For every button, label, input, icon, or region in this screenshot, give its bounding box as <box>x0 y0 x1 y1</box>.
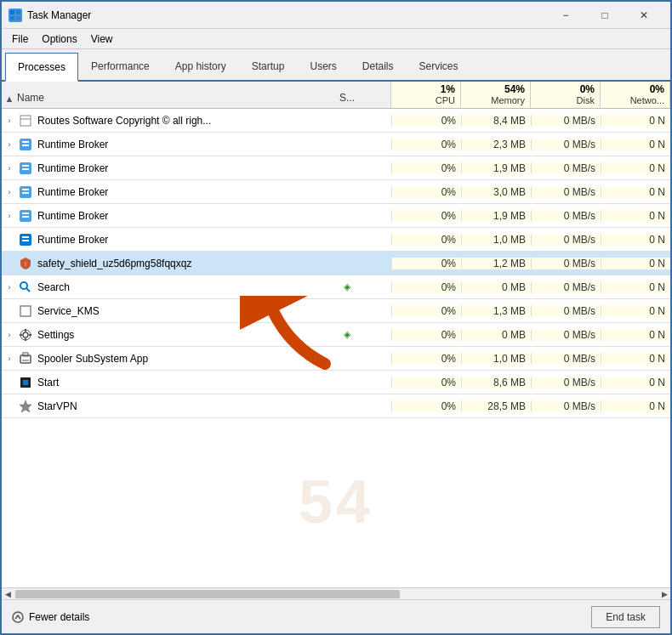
expand-icon[interactable]: › <box>2 331 17 339</box>
expand-icon[interactable]: › <box>2 283 17 292</box>
disk-value: 0 MB/s <box>531 210 601 222</box>
name-column-header[interactable]: Name <box>17 92 339 105</box>
status-column-header[interactable]: S... <box>339 92 390 105</box>
memory-value: 1,0 MB <box>461 234 531 246</box>
tab-performance[interactable]: Performance <box>78 51 162 80</box>
table-row[interactable]: › Search ◈ 0% 0 MB 0 MB/s 0 N <box>2 275 670 299</box>
fewer-details-button[interactable]: Fewer details <box>12 611 89 623</box>
process-icon <box>17 162 34 175</box>
cpu-value: 0% <box>391 234 461 246</box>
menu-file[interactable]: File <box>5 31 35 47</box>
process-name: Start <box>37 377 340 388</box>
process-name: Settings <box>37 329 340 341</box>
tab-startup[interactable]: Startup <box>239 51 298 80</box>
scroll-right-arrow[interactable]: ▶ <box>658 590 670 598</box>
tab-details[interactable]: Details <box>350 51 407 80</box>
horizontal-scrollbar[interactable]: ◀ ▶ <box>2 587 670 599</box>
scroll-track[interactable] <box>14 588 658 599</box>
process-icon <box>17 233 34 247</box>
column-headers: ▲ Name S... 1% CPU 54% Memory 0% Disk <box>2 82 670 109</box>
tab-app-history[interactable]: App history <box>162 51 239 80</box>
process-metrics: 0% 0 MB 0 MB/s 0 N <box>391 281 670 293</box>
process-icon <box>17 328 34 342</box>
table-row[interactable]: ! safety_shield_uz5d6pmg58fqqxqz 0% 1,2 … <box>2 252 670 275</box>
disk-value: 0 MB/s <box>531 305 601 317</box>
memory-value: 8,4 MB <box>461 115 531 127</box>
table-row[interactable]: › Settings ◈ 0% <box>2 323 670 347</box>
scroll-thumb[interactable] <box>15 590 400 598</box>
disk-value: 0 MB/s <box>531 258 601 269</box>
table-row[interactable]: Service_KMS 0% 1,3 MB 0 MB/s 0 N <box>2 299 670 323</box>
table-row[interactable]: › Runtime Broker 0% 2,3 MB 0 MB/s 0 N <box>2 133 670 156</box>
svg-rect-1 <box>16 10 20 14</box>
process-metrics: 0% 1,9 MB 0 MB/s 0 N <box>391 210 670 222</box>
expand-icon[interactable]: › <box>2 212 17 220</box>
process-metrics: 0% 28,5 MB 0 MB/s 0 N <box>391 400 670 412</box>
svg-marker-37 <box>20 400 31 412</box>
table-area: 54 › Routes Software Copyright © a <box>2 109 670 587</box>
svg-rect-8 <box>22 141 29 143</box>
network-value: 0 N <box>601 186 670 198</box>
tab-processes[interactable]: Processes <box>5 53 78 82</box>
process-metrics: 0% 0 MB 0 MB/s 0 N <box>391 329 670 341</box>
minimize-button[interactable]: − <box>546 2 585 29</box>
memory-value: 28,5 MB <box>461 400 531 412</box>
process-icon <box>17 185 34 199</box>
table-row[interactable]: Start 0% 8,6 MB 0 MB/s 0 N <box>2 371 670 394</box>
table-row[interactable]: › Runtime Broker 0% 1,9 MB 0 MB/s 0 N <box>2 156 670 180</box>
process-name: Runtime Broker <box>37 234 340 246</box>
expand-icon[interactable]: › <box>2 164 17 173</box>
svg-rect-28 <box>25 329 26 332</box>
process-table: › Routes Software Copyright © all righ..… <box>2 109 670 418</box>
cpu-value: 0% <box>391 353 461 365</box>
expand-icon[interactable]: › <box>2 140 17 149</box>
tab-users[interactable]: Users <box>297 51 349 80</box>
main-content: ▲ Name S... 1% CPU 54% Memory 0% Disk <box>2 82 670 599</box>
memory-header[interactable]: 54% Memory <box>461 82 531 108</box>
svg-rect-18 <box>22 216 29 218</box>
svg-text:!: ! <box>25 261 26 267</box>
cpu-header[interactable]: 1% CPU <box>391 82 461 108</box>
memory-value: 1,9 MB <box>461 210 531 222</box>
svg-rect-36 <box>23 380 28 385</box>
table-row[interactable]: Runtime Broker 0% 1,0 MB 0 MB/s 0 N <box>2 228 670 252</box>
process-status: ◈ <box>340 329 391 340</box>
table-row[interactable]: StarVPN 0% 28,5 MB 0 MB/s 0 N <box>2 394 670 418</box>
menu-view[interactable]: View <box>84 31 120 47</box>
maximize-button[interactable]: □ <box>585 2 624 29</box>
menu-options[interactable]: Options <box>35 31 83 47</box>
close-button[interactable]: ✕ <box>624 2 663 29</box>
process-name: Runtime Broker <box>37 139 340 150</box>
window-controls: − □ ✕ <box>546 2 663 29</box>
disk-value: 0 MB/s <box>531 186 601 198</box>
table-row[interactable]: › Routes Software Copyright © all righ..… <box>2 109 670 133</box>
svg-rect-31 <box>29 334 31 336</box>
network-header[interactable]: 0% Netwo... <box>601 82 670 108</box>
expand-icon[interactable]: › <box>2 188 17 196</box>
disk-header[interactable]: 0% Disk <box>531 82 601 108</box>
network-value: 0 N <box>601 162 670 174</box>
expand-icon[interactable]: › <box>2 354 17 363</box>
memory-value: 1,0 MB <box>461 353 531 365</box>
table-row[interactable]: › Runtime Broker 0% 3,0 MB 0 MB/s 0 N <box>2 180 670 204</box>
svg-rect-29 <box>25 338 26 341</box>
metrics-header-area: 1% CPU 54% Memory 0% Disk 0% Netwo... <box>390 82 670 108</box>
process-name: Runtime Broker <box>37 186 340 198</box>
network-value: 0 N <box>601 353 670 365</box>
table-row[interactable]: › Runtime Broker 0% 1,9 MB 0 MB/s 0 N <box>2 204 670 228</box>
process-name: Routes Software Copyright © all righ... <box>37 115 340 127</box>
name-header-area: ▲ Name S... <box>2 82 390 108</box>
tab-services[interactable]: Services <box>407 51 471 80</box>
table-row[interactable]: › Spooler SubSystem App 0% 1,0 MB 0 MB/ <box>2 347 670 371</box>
menu-bar: File Options View <box>2 29 670 49</box>
task-manager-window: Task Manager − □ ✕ File Options View Pro… <box>0 0 672 635</box>
disk-value: 0 MB/s <box>531 400 601 412</box>
memory-value: 1,9 MB <box>461 162 531 174</box>
scroll-left-arrow[interactable]: ◀ <box>2 590 14 598</box>
sort-arrow[interactable]: ▲ <box>2 94 17 105</box>
end-task-button[interactable]: End task <box>591 606 660 628</box>
svg-rect-0 <box>10 10 14 14</box>
expand-icon[interactable]: › <box>2 116 17 125</box>
process-metrics: 0% 8,6 MB 0 MB/s 0 N <box>391 377 670 388</box>
network-value: 0 N <box>601 400 670 412</box>
